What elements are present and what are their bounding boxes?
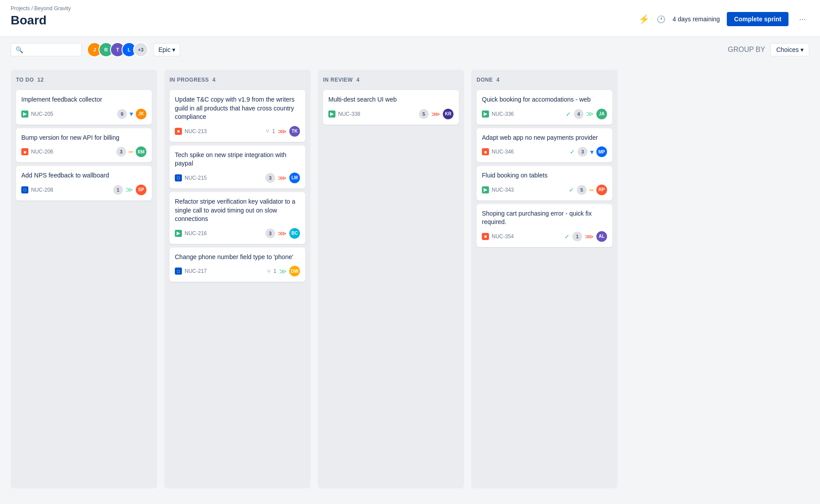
card-right: ⑂1≫DW [267, 266, 300, 276]
card-title: Adapt web app no new payments provider [482, 134, 607, 142]
column-header-in-review: IN REVIEW 4 [323, 75, 459, 87]
toolbar: 🔍 J R T L +3 Epic ▾ GROUP BY Choices ▾ [0, 37, 820, 63]
card-title: Change phone number field type to 'phone… [175, 253, 300, 262]
card-right: ⑂1⋙TK [266, 126, 300, 137]
issue-id: NUC-206 [31, 149, 53, 155]
issue-id: NUC-354 [492, 233, 514, 240]
card-NUC-206[interactable]: Bump version for new API for billing ■ N… [16, 128, 152, 163]
issue-id: NUC-338 [338, 111, 360, 117]
card-title: Quick booking for accomodations - web [482, 95, 607, 104]
issue-id: NUC-346 [492, 149, 514, 155]
choices-label: Choices [776, 46, 799, 53]
column-count: 4 [356, 77, 359, 83]
issue-id: NUC-217 [185, 268, 207, 274]
story-points-badge: 4 [574, 109, 583, 119]
header-left: Projects / Beyond Gravity Board [11, 5, 71, 33]
card-title: Implement feedback collector [21, 95, 146, 104]
card-NUC-208[interactable]: Add NPS feedback to wallboard □ NUC-208 … [16, 166, 152, 201]
toolbar-left: 🔍 J R T L +3 Epic ▾ [11, 42, 180, 57]
card-right: 3═RM [116, 146, 146, 157]
column-title: IN PROGRESS [170, 77, 209, 83]
column-in-review: IN REVIEW 4 Multi-dest search UI web ▶ N… [318, 70, 464, 488]
board: TO DO 12 Implement feedback collector ▶ … [0, 63, 820, 496]
check-icon: ✓ [570, 148, 575, 155]
issue-id: NUC-216 [185, 230, 207, 236]
card-NUC-354[interactable]: Shoping cart purchasing error - quick fi… [477, 204, 612, 247]
card-NUC-215[interactable]: Tech spike on new stripe integration wit… [170, 146, 305, 189]
column-in-progress: IN PROGRESS 4 Update T&C copy with v1.9 … [164, 70, 311, 488]
branch-icon: ⑂ [267, 268, 271, 275]
card-title: Add NPS feedback to wallboard [21, 171, 146, 180]
issue-id: NUC-336 [492, 111, 514, 117]
card-avatar: KR [443, 109, 453, 119]
card-NUC-213[interactable]: Update T&C copy with v1.9 from the write… [170, 90, 305, 142]
column-header-in-progress: IN PROGRESS 4 [170, 75, 305, 87]
card-NUC-338[interactable]: Multi-dest search UI web ▶ NUC-338 5⋙KR [323, 90, 459, 125]
card-avatar: JA [596, 109, 607, 119]
avatar-group: J R T L +3 [87, 42, 148, 57]
search-icon: 🔍 [16, 46, 23, 53]
branch-count: 1 [272, 128, 275, 134]
search-input[interactable] [26, 46, 77, 53]
card-NUC-205[interactable]: Implement feedback collector ▶ NUC-205 9… [16, 90, 152, 125]
more-options-button[interactable]: ··· [796, 13, 809, 26]
choices-dropdown[interactable]: Choices ▾ [770, 43, 809, 56]
story-points-badge: 3 [265, 173, 275, 183]
toolbar-right: GROUP BY Choices ▾ [728, 43, 809, 56]
group-by-label: GROUP BY [728, 46, 765, 54]
column-title: DONE [477, 77, 493, 83]
card-title: Shoping cart purchasing error - quick fi… [482, 209, 607, 227]
branch-icon: ⑂ [266, 128, 269, 134]
days-remaining: 4 days remaining [673, 16, 720, 23]
card-right: ✓3▾MP [570, 146, 607, 157]
card-title: Tech spike on new stripe integration wit… [175, 151, 300, 168]
column-count: 4 [213, 77, 216, 83]
header-top: Projects / Beyond Gravity Board ⚡ 🕐 4 da… [0, 0, 820, 37]
clock-icon: 🕐 [657, 15, 666, 24]
card-NUC-216[interactable]: Refactor stripe verification key validat… [170, 192, 305, 244]
branch-count: 1 [273, 268, 276, 274]
card-avatar: RM [136, 146, 146, 157]
issue-id: NUC-215 [185, 175, 207, 181]
card-right: 3⋙BC [265, 228, 300, 239]
card-avatar: SP [136, 185, 146, 195]
column-todo: TO DO 12 Implement feedback collector ▶ … [11, 70, 157, 488]
story-points-badge: 1 [572, 232, 582, 241]
search-box[interactable]: 🔍 [11, 43, 82, 56]
card-title: Fluid booking on tablets [482, 171, 607, 180]
card-avatar: BC [289, 228, 300, 239]
card-avatar: MP [596, 146, 607, 157]
check-icon: ✓ [564, 233, 570, 240]
card-right: 9▾JK [117, 109, 146, 119]
card-NUC-343[interactable]: Fluid booking on tablets ▶ NUC-343 ✓5═RP [477, 166, 612, 201]
card-NUC-346[interactable]: Adapt web app no new payments provider ■… [477, 128, 612, 163]
story-points-badge: 3 [116, 147, 126, 157]
card-title: Update T&C copy with v1.9 from the write… [175, 95, 300, 122]
story-points-badge: 9 [117, 109, 127, 119]
card-NUC-217[interactable]: Change phone number field type to 'phone… [170, 248, 305, 282]
column-done: DONE 4 Quick booking for accomodations -… [471, 70, 618, 488]
story-points-badge: 5 [419, 109, 429, 119]
header-right: ⚡ 🕐 4 days remaining Complete sprint ··· [639, 12, 809, 26]
lightning-icon: ⚡ [639, 14, 650, 24]
story-points-badge: 3 [578, 147, 587, 157]
choices-chevron-icon: ▾ [800, 46, 804, 53]
card-avatar: AL [596, 231, 607, 242]
card-right: ✓1⋙AL [564, 231, 607, 242]
issue-id: NUC-208 [31, 187, 53, 193]
column-header-todo: TO DO 12 [16, 75, 152, 87]
avatar-more[interactable]: +3 [133, 42, 148, 57]
card-avatar: DW [289, 266, 300, 276]
issue-id: NUC-343 [492, 187, 514, 193]
card-NUC-336[interactable]: Quick booking for accomodations - web ▶ … [477, 90, 612, 125]
complete-sprint-button[interactable]: Complete sprint [727, 12, 788, 26]
column-count: 12 [37, 77, 43, 83]
epic-filter[interactable]: Epic ▾ [154, 43, 180, 56]
epic-label: Epic [158, 46, 170, 53]
card-avatar: LM [289, 173, 300, 183]
column-title: TO DO [16, 77, 34, 83]
epic-chevron-icon: ▾ [172, 46, 175, 53]
card-avatar: JK [136, 109, 146, 119]
check-icon: ✓ [566, 110, 571, 118]
issue-id: NUC-213 [185, 128, 207, 134]
